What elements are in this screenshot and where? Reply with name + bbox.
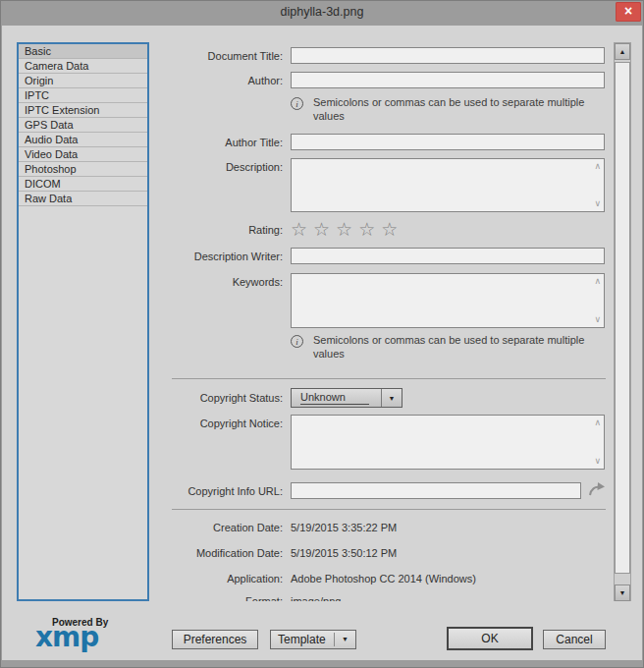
format-label: Format: <box>157 595 283 601</box>
rating-row: Rating: ☆☆☆☆☆ <box>157 220 609 240</box>
keywords-row: Keywords: ∧ ∨ <box>157 273 609 328</box>
category-list: Basic Camera Data Origin IPTC IPTC Exten… <box>17 42 149 601</box>
format-row: Format: image/png <box>157 595 609 601</box>
multi-value-note: Semicolons or commas can be used to sepa… <box>313 96 594 124</box>
sidebar-item-basic[interactable]: Basic <box>19 44 147 59</box>
document-title-input[interactable] <box>291 47 605 64</box>
description-writer-label: Description Writer: <box>157 250 283 262</box>
creation-date-row: Creation Date: 5/19/2015 3:35:22 PM <box>157 522 609 533</box>
modification-date-label: Modification Date: <box>157 547 283 559</box>
down-arrow-icon: ▼ <box>619 589 626 596</box>
star-icon[interactable]: ☆ <box>381 219 403 240</box>
xmp-logo: xmp <box>35 621 98 653</box>
info-icon: i <box>291 97 303 110</box>
copyright-status-dropdown[interactable]: Unknown ▼ <box>291 388 402 408</box>
author-row: Author: <box>157 72 609 88</box>
star-icon[interactable]: ☆ <box>358 219 381 240</box>
template-button-label: Template <box>278 631 326 648</box>
copyright-status-row: Copyright Status: Unknown ▼ <box>157 388 609 408</box>
application-value: Adobe Photoshop CC 2014 (Windows) <box>291 573 476 584</box>
author-title-label: Author Title: <box>157 137 283 148</box>
copyright-notice-label: Copyright Notice: <box>157 415 283 429</box>
copyright-info-url-label: Copyright Info URL: <box>157 485 283 497</box>
description-row: Description: ∧ ∨ <box>157 158 609 212</box>
author-note-row: i Semicolons or commas can be used to se… <box>157 96 609 124</box>
vertical-scrollbar[interactable]: ▲ ▼ <box>614 42 631 601</box>
info-icon: i <box>291 335 303 348</box>
basic-metadata-form: Document Title: Author: i Semicolons or … <box>157 42 611 601</box>
sidebar-item-raw-data[interactable]: Raw Data <box>19 192 147 206</box>
creation-date-value: 5/19/2015 3:35:22 PM <box>291 522 397 533</box>
application-row: Application: Adobe Photoshop CC 2014 (Wi… <box>157 573 609 584</box>
go-to-url-arrow-icon[interactable] <box>587 479 607 503</box>
format-value: image/png <box>291 595 341 601</box>
section-divider <box>172 378 606 379</box>
description-textarea[interactable] <box>291 158 605 212</box>
copyright-info-url-row: Copyright Info URL: <box>157 478 609 503</box>
star-icon[interactable]: ☆ <box>291 219 313 240</box>
scrollbar-thumb[interactable] <box>615 62 630 574</box>
sidebar-item-origin[interactable]: Origin <box>19 74 147 88</box>
titlebar[interactable]: diphylla-3d.png × <box>0 0 644 26</box>
keywords-label: Keywords: <box>157 273 283 288</box>
author-title-input[interactable] <box>291 134 605 150</box>
modification-date-row: Modification Date: 5/19/2015 3:50:12 PM <box>157 547 609 559</box>
keywords-textarea[interactable] <box>291 273 605 328</box>
sidebar-item-photoshop[interactable]: Photoshop <box>19 162 147 177</box>
copyright-status-value: Unknown <box>300 391 369 405</box>
copyright-info-url-input[interactable] <box>291 482 581 499</box>
star-icon[interactable]: ☆ <box>313 219 336 240</box>
sidebar-item-camera-data[interactable]: Camera Data <box>19 59 147 74</box>
sidebar-item-video-data[interactable]: Video Data <box>19 147 147 162</box>
author-input[interactable] <box>291 72 605 88</box>
up-arrow-icon: ▲ <box>619 48 626 55</box>
sidebar-item-iptc[interactable]: IPTC <box>19 88 147 103</box>
description-writer-input[interactable] <box>291 248 605 264</box>
preferences-button[interactable]: Preferences <box>172 630 258 649</box>
ok-button[interactable]: OK <box>447 627 533 650</box>
template-button[interactable]: Template ▼ <box>270 630 356 649</box>
document-title-label: Document Title: <box>157 50 283 62</box>
dropdown-arrow-icon[interactable]: ▼ <box>381 389 402 407</box>
description-label: Description: <box>157 158 283 173</box>
document-title-row: Document Title: <box>157 47 609 64</box>
multi-value-note: Semicolons or commas can be used to sepa… <box>313 334 594 362</box>
rating-stars[interactable]: ☆☆☆☆☆ <box>291 220 403 240</box>
scroll-up-button[interactable]: ▲ <box>615 43 630 60</box>
creation-date-label: Creation Date: <box>157 522 283 533</box>
sidebar-item-iptc-extension[interactable]: IPTC Extension <box>19 103 147 118</box>
close-button[interactable]: × <box>616 2 641 22</box>
copyright-notice-textarea[interactable] <box>291 415 605 470</box>
scroll-down-button[interactable]: ▼ <box>615 584 630 601</box>
file-info-dialog: diphylla-3d.png × Basic Camera Data Orig… <box>0 0 644 668</box>
copyright-status-label: Copyright Status: <box>157 392 283 404</box>
author-label: Author: <box>157 75 283 86</box>
keywords-note-row: i Semicolons or commas can be used to se… <box>157 334 609 362</box>
rating-label: Rating: <box>157 224 283 236</box>
section-divider <box>172 509 606 510</box>
template-dropdown-arrow-icon[interactable]: ▼ <box>334 633 349 646</box>
sidebar-item-audio-data[interactable]: Audio Data <box>19 133 147 147</box>
modification-date-value: 5/19/2015 3:50:12 PM <box>291 547 397 559</box>
copyright-notice-row: Copyright Notice: ∧ ∨ <box>157 415 609 470</box>
sidebar-item-dicom[interactable]: DICOM <box>19 177 147 192</box>
close-icon: × <box>624 3 632 19</box>
author-title-row: Author Title: <box>157 134 609 150</box>
window-title: diphylla-3d.png <box>0 5 644 19</box>
star-icon[interactable]: ☆ <box>336 219 358 240</box>
sidebar-item-gps-data[interactable]: GPS Data <box>19 118 147 133</box>
application-label: Application: <box>157 573 283 584</box>
description-writer-row: Description Writer: <box>157 248 609 264</box>
cancel-button[interactable]: Cancel <box>543 630 606 649</box>
